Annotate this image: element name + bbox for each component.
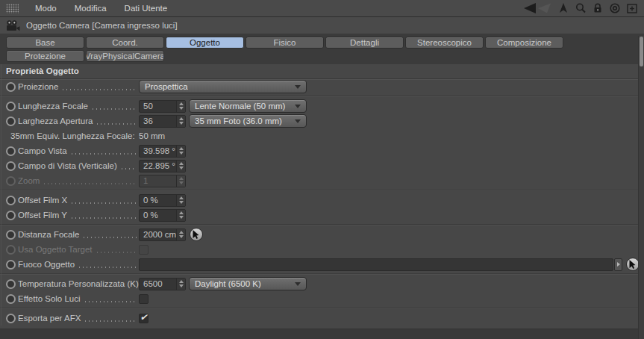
keyframe-circle[interactable] bbox=[6, 294, 16, 304]
panel-drag-handle-icon[interactable] bbox=[6, 4, 19, 13]
apertura-preset-select[interactable]: 35 mm Foto (36.0 mm) bbox=[189, 114, 307, 128]
tab-base[interactable]: Base bbox=[6, 37, 84, 49]
camera-icon bbox=[6, 20, 20, 31]
pick-object-icon[interactable] bbox=[190, 228, 203, 241]
row-zoom: Zoom 1 bbox=[0, 173, 644, 188]
keyframe-circle[interactable] bbox=[6, 116, 16, 126]
row-offset-film-x: Offset Film X 0 % bbox=[0, 193, 644, 208]
keyframe-circle[interactable] bbox=[6, 230, 16, 240]
property-label: Lunghezza Focale bbox=[18, 102, 88, 111]
larghezza-apertura-input[interactable]: 36 bbox=[139, 115, 186, 128]
spinner-control[interactable] bbox=[176, 210, 185, 221]
dotted-leader bbox=[120, 168, 137, 170]
campo-vista-verticale-input[interactable]: 22.895 ° bbox=[139, 160, 186, 172]
keyframe-circle[interactable] bbox=[6, 279, 16, 289]
offset-film-x-input[interactable]: 0 % bbox=[139, 194, 186, 207]
tab-stereoscopico[interactable]: Stereoscopico bbox=[405, 37, 484, 49]
keyframe-circle[interactable] bbox=[6, 82, 16, 92]
property-label: Campo Vista bbox=[18, 146, 67, 155]
history-back-icon[interactable] bbox=[522, 2, 552, 14]
row-offset-film-y: Offset Film Y 0 % bbox=[0, 208, 644, 223]
dotted-leader bbox=[70, 202, 137, 204]
section-header[interactable]: Proprietà Oggetto bbox=[0, 64, 644, 79]
keyframe-circle[interactable] bbox=[6, 161, 16, 171]
campo-vista-input[interactable]: 39.598 ° bbox=[139, 145, 186, 158]
keyframe-circle[interactable] bbox=[6, 314, 16, 323]
property-label: Temperatura Personalizzata (K) bbox=[18, 279, 139, 288]
add-panel-icon[interactable] bbox=[626, 2, 638, 14]
lunghezza-focale-input[interactable]: 50 bbox=[139, 100, 186, 113]
temperatura-input[interactable]: 6500 bbox=[139, 278, 186, 290]
selected-value: Lente Normale (50 mm) bbox=[195, 102, 285, 111]
property-label: Larghezza Apertura bbox=[18, 116, 93, 125]
tab-vrayphysicalcamera[interactable]: VrayPhysicalCamera bbox=[86, 50, 164, 62]
temperatura-preset-select[interactable]: Daylight (6500 K) bbox=[189, 277, 307, 290]
keyframe-circle[interactable] bbox=[6, 196, 16, 205]
spinner-control[interactable] bbox=[176, 146, 185, 157]
dotted-leader bbox=[70, 217, 137, 219]
dotted-leader bbox=[82, 237, 137, 238]
keyframe-circle bbox=[6, 245, 16, 255]
panel-bottom-strip bbox=[0, 329, 644, 339]
lock-icon[interactable] bbox=[592, 2, 604, 14]
spinner-control[interactable] bbox=[176, 279, 185, 290]
spinner-control[interactable] bbox=[176, 116, 185, 127]
tab-coord[interactable]: Coord. bbox=[86, 37, 164, 49]
offset-film-y-input[interactable]: 0 % bbox=[139, 209, 186, 222]
esporta-afx-checkbox[interactable] bbox=[139, 314, 149, 323]
field-value: 2000 cm bbox=[140, 229, 176, 240]
dotted-leader bbox=[96, 252, 137, 253]
property-label: Usa Oggetto Target bbox=[18, 245, 93, 254]
link-menu-button[interactable] bbox=[614, 258, 622, 271]
keyframe-circle[interactable] bbox=[6, 260, 16, 270]
row-esporta-per-afx: Esporta per AFX bbox=[0, 311, 644, 326]
tab-composizione[interactable]: Composizione bbox=[485, 37, 563, 49]
object-title-bar: Oggetto Camera [Camera ingresso luci] bbox=[0, 17, 644, 34]
tab-oggetto[interactable]: Oggetto bbox=[166, 37, 244, 49]
vertical-scrollbar[interactable] bbox=[638, 36, 644, 339]
selected-value: Prospettica bbox=[145, 82, 188, 91]
dotted-leader bbox=[96, 123, 137, 125]
page-title: Oggetto Camera [Camera ingresso luci] bbox=[26, 21, 178, 30]
distanza-focale-input[interactable]: 2000 cm bbox=[139, 228, 186, 241]
chevron-down-icon bbox=[295, 85, 301, 89]
field-value: 0 % bbox=[140, 195, 176, 206]
menu-modifica[interactable]: Modifica bbox=[66, 4, 116, 13]
keyframe-circle[interactable] bbox=[6, 146, 16, 156]
dotted-leader bbox=[84, 301, 137, 302]
target-icon[interactable] bbox=[609, 2, 621, 14]
spinner-control[interactable] bbox=[176, 195, 185, 206]
row-fuoco-oggetto: Fuoco Oggetto bbox=[0, 257, 644, 272]
menu-dati-utente[interactable]: Dati Utente bbox=[116, 4, 177, 13]
search-icon[interactable] bbox=[575, 2, 587, 14]
effetto-solo-luci-checkbox[interactable] bbox=[139, 294, 149, 304]
row-campo-vista: Campo Vista 39.598 ° bbox=[0, 143, 644, 158]
dotted-leader bbox=[91, 108, 137, 110]
tab-fisico[interactable]: Fisico bbox=[246, 37, 324, 49]
selected-value: 35 mm Foto (36.0 mm) bbox=[195, 116, 282, 125]
group-separator bbox=[0, 224, 644, 226]
spinner-control bbox=[176, 175, 185, 187]
row-distanza-focale: Distanza Focale 2000 cm bbox=[0, 227, 644, 242]
fuoco-oggetto-input[interactable] bbox=[139, 258, 613, 271]
group-separator bbox=[0, 308, 644, 309]
spinner-control[interactable] bbox=[176, 229, 185, 240]
menu-modo[interactable]: Modo bbox=[26, 4, 66, 13]
attribute-panel: Proprietà Oggetto Proiezione Prospettica… bbox=[0, 64, 644, 326]
keyframe-circle[interactable] bbox=[6, 211, 16, 220]
pointer-icon[interactable] bbox=[557, 2, 569, 14]
keyframe-circle[interactable] bbox=[6, 102, 16, 111]
row-usa-oggetto-target: Usa Oggetto Target bbox=[0, 242, 644, 257]
property-label: Effetto Solo Luci bbox=[18, 294, 81, 303]
proiezione-select[interactable]: Prospettica bbox=[139, 80, 307, 93]
dotted-leader bbox=[70, 153, 137, 155]
property-label: Distanza Focale bbox=[18, 230, 79, 239]
lente-preset-select[interactable]: Lente Normale (50 mm) bbox=[189, 99, 307, 113]
spinner-control[interactable] bbox=[176, 101, 185, 112]
spinner-control[interactable] bbox=[176, 161, 185, 172]
dotted-leader bbox=[84, 320, 137, 322]
tab-dettagli[interactable]: Dettagli bbox=[325, 37, 404, 49]
tab-protezione[interactable]: Protezione bbox=[6, 50, 84, 62]
group-separator bbox=[0, 190, 644, 191]
scrollbar-thumb[interactable] bbox=[640, 37, 643, 66]
